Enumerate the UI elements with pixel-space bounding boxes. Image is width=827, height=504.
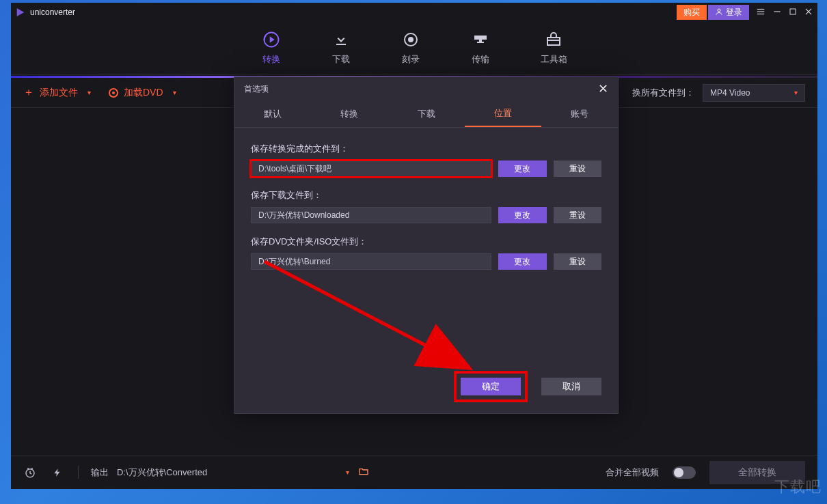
convert-all-button[interactable]: 全部转换 [709,461,805,484]
svg-marker-10 [269,36,274,42]
dlg-tab-account[interactable]: 账号 [541,100,618,127]
converted-path-field[interactable]: D:\tools\桌面\下载吧 [251,160,491,177]
toolbox-icon [544,30,563,49]
tab-download-label: 下载 [332,53,350,66]
svg-rect-14 [479,40,482,42]
dialog-close-icon[interactable]: ✕ [598,81,608,96]
burn-icon [401,30,420,49]
open-folder-icon[interactable] [357,466,370,479]
dlg-tab-convert[interactable]: 转换 [311,100,388,127]
dvd-change-button[interactable]: 更改 [498,253,547,270]
bottombar: 输出 D:\万兴优转\Converted ▾ 合并全部视频 全部转换 [11,455,817,489]
dialog-tabs: 默认 转换 下载 位置 账号 [234,100,618,128]
dialog-body: 保存转换完成的文件到： D:\tools\桌面\下载吧 更改 重设 保存下载文件… [234,128,618,372]
chevron-down-icon: ▾ [87,89,91,96]
svg-rect-6 [790,9,796,14]
convert-icon [262,30,281,49]
svg-rect-15 [477,42,484,43]
add-file-label: 添加文件 [40,87,78,99]
download-path-label: 保存下载文件到： [251,189,601,201]
disc-icon [109,88,118,98]
tab-download[interactable]: 下载 [331,30,351,66]
add-file-button[interactable]: ＋ 添加文件 ▾ [23,85,91,100]
play-logo-icon [15,7,26,18]
converted-change-button[interactable]: 更改 [498,160,547,177]
convert-all-to-label: 换所有文件到： [632,87,694,99]
download-icon [331,30,351,49]
download-path-field[interactable]: D:\万兴优转\Downloaded [251,207,491,223]
download-reset-button[interactable]: 重设 [554,207,602,223]
transfer-icon [471,30,490,49]
flash-icon[interactable] [51,466,64,479]
window-controls [756,7,813,18]
output-format-value: MP4 Video [710,88,750,98]
svg-point-12 [409,38,413,42]
close-icon[interactable] [804,7,813,18]
dialog-title: 首选项 [244,83,269,95]
converted-reset-button[interactable]: 重设 [554,160,602,177]
chevron-down-icon: ▾ [794,89,798,96]
ok-button[interactable]: 确定 [461,378,521,395]
tab-toolbox-label: 工具箱 [541,53,567,66]
dlg-tab-download[interactable]: 下载 [388,100,464,127]
login-button[interactable]: 登录 [708,5,749,20]
menu-icon[interactable] [756,7,765,18]
tab-burn-label: 刻录 [402,53,420,66]
app-logo: uniconverter [15,7,75,18]
tab-convert[interactable]: 转换 [262,30,281,66]
dialog-footer: 确定 取消 [234,372,618,413]
converted-path-group: 保存转换完成的文件到： D:\tools\桌面\下载吧 更改 重设 [251,143,601,177]
buy-button[interactable]: 购买 [677,5,707,20]
svg-rect-13 [474,36,487,40]
tab-burn[interactable]: 刻录 [401,30,420,66]
main-tabs: 转换 下载 刻录 传输 工具箱 [11,22,817,75]
converted-path-label: 保存转换完成的文件到： [251,143,601,155]
svg-rect-16 [547,38,560,45]
cancel-button[interactable]: 取消 [541,378,601,395]
merge-label: 合并全部视频 [606,466,659,479]
svg-line-20 [265,262,464,365]
merge-toggle[interactable] [673,466,696,479]
preferences-dialog: 首选项 ✕ 默认 转换 下载 位置 账号 保存转换完成的文件到： D:\tool… [234,76,619,414]
tab-convert-label: 转换 [262,53,280,66]
clock-icon[interactable] [23,466,37,479]
plus-icon: ＋ [23,85,34,100]
titlebar: uniconverter 购买 登录 [11,3,817,22]
minimize-icon[interactable] [772,7,782,18]
tab-transfer[interactable]: 传输 [471,30,490,66]
svg-point-1 [718,9,720,12]
chevron-down-icon: ▾ [346,468,349,476]
dvd-path-label: 保存DVD文件夹/ISO文件到： [251,236,601,248]
download-path-group: 保存下载文件到： D:\万兴优转\Downloaded 更改 重设 [251,189,601,223]
ok-highlight: 确定 [457,374,525,400]
user-icon [715,8,723,18]
maximize-icon[interactable] [789,7,797,18]
login-label: 登录 [726,7,742,18]
svg-marker-0 [17,8,25,16]
tab-toolbox[interactable]: 工具箱 [541,30,567,66]
app-window: uniconverter 购买 登录 [11,3,817,489]
dialog-titlebar: 首选项 ✕ [234,77,618,100]
output-section: 输出 D:\万兴优转\Converted ▾ [78,466,370,479]
annotation-arrow-icon [259,256,485,379]
download-change-button[interactable]: 更改 [498,207,547,223]
dvd-path-group: 保存DVD文件夹/ISO文件到： D:\万兴优转\Burned 更改 重设 [251,236,601,270]
dlg-tab-default[interactable]: 默认 [234,100,311,127]
chevron-down-icon: ▾ [173,89,176,96]
load-dvd-label: 加载DVD [124,87,163,99]
output-label: 输出 [91,466,109,479]
load-dvd-button[interactable]: 加载DVD ▾ [109,87,176,99]
output-path-select[interactable]: D:\万兴优转\Converted ▾ [117,466,349,479]
app-title: uniconverter [30,8,75,17]
output-format-select[interactable]: MP4 Video ▾ [703,84,805,102]
dvd-path-field[interactable]: D:\万兴优转\Burned [251,253,491,270]
dlg-tab-location[interactable]: 位置 [465,100,541,127]
dvd-reset-button[interactable]: 重设 [554,253,602,270]
output-path-value: D:\万兴优转\Converted [117,466,207,479]
tab-transfer-label: 传输 [472,53,489,66]
